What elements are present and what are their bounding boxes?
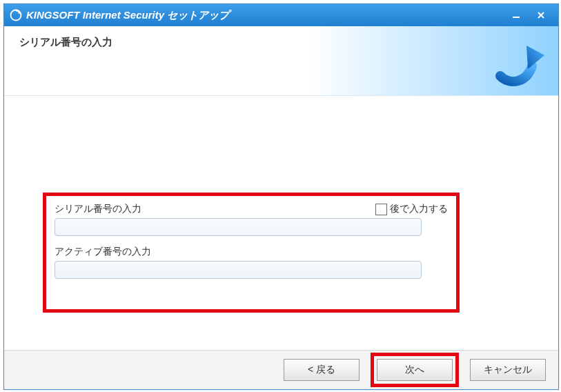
next-button-label: 次へ [405,364,424,376]
serial-input[interactable] [55,218,422,236]
active-label: アクティブ番号の入力 [55,246,151,258]
wizard-header: シリアル番号の入力 [4,26,558,96]
upward-arrow-icon [486,32,547,95]
cancel-button-label: キャンセル [484,364,532,376]
next-button[interactable]: 次へ [377,359,453,381]
back-button[interactable]: < 戻る [284,359,360,381]
svg-rect-2 [513,17,520,18]
enter-later-label: 後で入力する [390,203,448,215]
installer-window: KINGSOFT Internet Security セットアップ シリアル番号… [3,3,559,390]
close-button[interactable] [529,8,553,22]
title-bar: KINGSOFT Internet Security セットアップ [4,4,558,26]
active-input[interactable] [55,261,422,279]
wizard-footer: < 戻る 次へ キャンセル [4,350,558,389]
active-field-row: アクティブ番号の入力 [55,246,448,279]
enter-later-checkbox[interactable] [375,204,387,215]
wizard-body: シリアル番号の入力 後で入力する アクティブ番号の入力 [4,96,558,350]
cancel-button[interactable]: キャンセル [470,359,546,381]
app-title: KINGSOFT Internet Security セットアップ [26,9,229,22]
page-title: シリアル番号の入力 [19,36,112,49]
app-shield-icon [10,9,22,21]
minimize-button[interactable] [504,8,528,22]
serial-input-group: シリアル番号の入力 後で入力する アクティブ番号の入力 [43,193,460,313]
next-button-highlight: 次へ [371,353,459,387]
serial-field-row: シリアル番号の入力 後で入力する [55,203,448,236]
back-button-label: < 戻る [308,364,335,376]
serial-label: シリアル番号の入力 [55,203,141,215]
